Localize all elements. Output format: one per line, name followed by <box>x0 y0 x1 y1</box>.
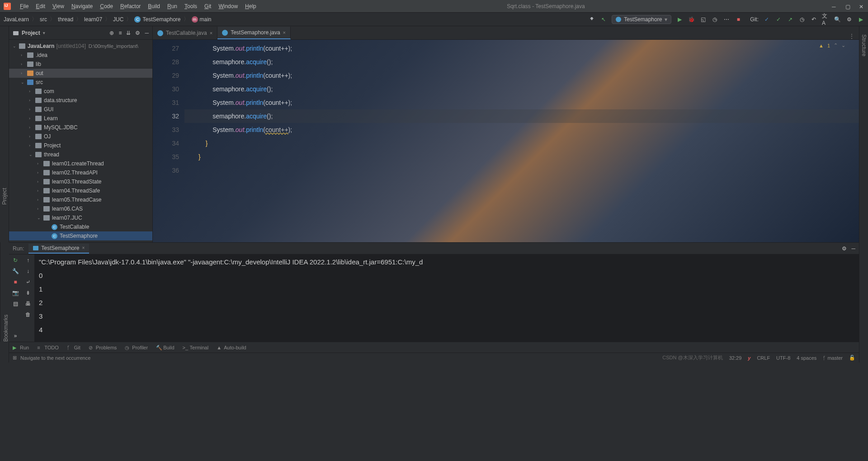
tree-item[interactable]: ›out <box>9 69 152 78</box>
bottom-tab-profiler[interactable]: ◷Profiler <box>125 345 148 350</box>
cursor-position[interactable]: 32:29 <box>729 355 742 361</box>
menu-build[interactable]: Build <box>144 3 164 9</box>
tree-item[interactable]: ›learn06.CAS <box>9 204 152 213</box>
settings-icon[interactable]: ⚙ <box>845 16 853 23</box>
bottom-tab-terminal[interactable]: >_Terminal <box>183 345 209 350</box>
window-minimize[interactable]: ─ <box>832 4 837 9</box>
bottom-tab-problems[interactable]: ⊘Problems <box>89 345 117 350</box>
tree-item[interactable]: CTestCallable <box>9 222 152 231</box>
tree-item[interactable]: ⌄thread <box>9 150 152 159</box>
code-line[interactable]: System.out.println(count++); <box>184 123 859 136</box>
coverage-icon[interactable]: ◱ <box>699 16 707 23</box>
code-line[interactable] <box>184 164 859 177</box>
rerun-icon[interactable]: ↻ <box>13 257 18 263</box>
run-icon[interactable]: ▶ <box>676 16 683 23</box>
menu-tools[interactable]: Tools <box>181 3 201 9</box>
stop-run-icon[interactable]: ■ <box>14 279 17 285</box>
code-line[interactable]: semaphore.acquire(); <box>184 55 859 69</box>
back-arrow-icon[interactable]: ↖ <box>600 16 607 23</box>
git-history-icon[interactable]: ◷ <box>798 16 806 23</box>
up-stack-icon[interactable]: ↑ <box>27 257 29 263</box>
run-tool-icon[interactable]: 🔧 <box>12 268 19 274</box>
code-line[interactable]: semaphore.acquire(); <box>184 109 859 123</box>
next-highlight-icon[interactable]: ⌄ <box>841 42 845 48</box>
menu-edit[interactable]: Edit <box>32 3 49 9</box>
bottom-tab-run[interactable]: ▶Run <box>13 345 29 350</box>
menu-run[interactable]: Run <box>164 3 181 9</box>
profile-icon[interactable]: ◷ <box>711 16 718 23</box>
code-line[interactable]: semaphore.acquire(); <box>184 82 859 96</box>
editor-tab[interactable]: TestCallable.java× <box>153 27 217 39</box>
file-encoding[interactable]: UTF-8 <box>776 355 790 361</box>
tree-item[interactable]: ›learn03.ThreadState <box>9 177 152 186</box>
git-commit-icon[interactable]: ✓ <box>775 16 782 23</box>
tree-item[interactable]: ›com <box>9 87 152 96</box>
bottom-tab-git[interactable]: ᚶGit <box>67 345 80 350</box>
menu-help[interactable]: Help <box>241 3 260 9</box>
print-icon[interactable]: 🖶 <box>25 301 31 307</box>
tree-item[interactable]: ›learn02.ThreadAPI <box>9 168 152 177</box>
bookmarks-tool-tab[interactable]: Bookmarks <box>3 246 9 342</box>
tree-item[interactable]: ⌄learn07.JUC <box>9 213 152 222</box>
scroll-end-icon[interactable]: ⇟ <box>26 290 30 296</box>
window-close[interactable]: ✕ <box>859 4 864 9</box>
prev-highlight-icon[interactable]: ⌃ <box>834 42 838 48</box>
tree-item[interactable]: ›learn01.createThread <box>9 159 152 168</box>
tree-item[interactable]: ›Learn <box>9 114 152 123</box>
warning-icon[interactable]: ▲ <box>819 43 824 48</box>
more-run-icon[interactable]: ⋯ <box>723 16 730 23</box>
breadcrumb-item[interactable]: JUC <box>113 16 123 23</box>
tree-item[interactable]: ›lib <box>9 60 152 69</box>
bottom-tab-todo[interactable]: ≡TODO <box>37 345 59 350</box>
expand-all-icon[interactable]: ≡ <box>118 30 122 36</box>
search-icon[interactable]: 🔍 <box>834 16 841 23</box>
project-panel-title[interactable]: Project ▾ <box>13 30 45 36</box>
clear-icon[interactable]: 🗑 <box>25 311 31 318</box>
code-line[interactable]: System.out.println(count++); <box>184 42 859 55</box>
tree-item[interactable]: ⌄src <box>9 78 152 87</box>
code-line[interactable]: } <box>184 136 859 150</box>
editor-tab[interactable]: TestSemaphore.java× <box>217 27 291 39</box>
line-separator[interactable]: CRLF <box>757 355 770 361</box>
down-stack-icon[interactable]: ↓ <box>27 268 29 274</box>
debug-icon[interactable]: 🐞 <box>688 16 695 23</box>
code-line[interactable]: System.out.println(count++); <box>184 96 859 109</box>
git-branch[interactable]: ᚶ master <box>823 355 843 361</box>
hide-panel-icon[interactable]: ─ <box>145 30 149 36</box>
translate-icon[interactable]: 文A <box>822 16 829 23</box>
menu-window[interactable]: Window <box>215 3 241 9</box>
collapse-all-icon[interactable]: ⇊ <box>126 30 131 36</box>
tree-item[interactable]: ›Project <box>9 141 152 150</box>
breadcrumb-item[interactable]: src <box>40 16 47 23</box>
bottom-tab-build[interactable]: 🔨Build <box>156 345 174 350</box>
git-rollback-icon[interactable]: ↶ <box>810 16 817 23</box>
panel-settings-icon[interactable]: ⚙ <box>135 30 140 36</box>
menu-view[interactable]: View <box>49 3 68 9</box>
tree-item[interactable]: CTestSemaphore <box>9 231 152 240</box>
bottom-tab-auto-build[interactable]: ▲Auto-build <box>217 345 246 350</box>
youdao-icon[interactable]: y <box>748 355 750 361</box>
git-update-icon[interactable]: ✓ <box>763 16 770 23</box>
breadcrumb-item[interactable]: JavaLearn <box>4 16 29 23</box>
breadcrumb[interactable]: JavaLearn〉src〉thread〉learn07〉JUC〉CTestSe… <box>4 15 212 23</box>
tree-item[interactable]: ›OJ <box>9 132 152 141</box>
tree-item[interactable]: ›.idea <box>9 51 152 60</box>
tree-item[interactable]: ›learn04.ThreadSafe <box>9 186 152 195</box>
menu-refactor[interactable]: Refactor <box>117 3 144 9</box>
dump-threads-icon[interactable]: 📷 <box>12 290 19 296</box>
soft-wrap-icon[interactable]: ⤶ <box>26 279 30 285</box>
code-line[interactable]: System.out.println(count++); <box>184 69 859 82</box>
menu-code[interactable]: Code <box>96 3 117 9</box>
tree-item[interactable]: ›MySQL.JDBC <box>9 123 152 132</box>
indent-setting[interactable]: 4 spaces <box>797 355 816 361</box>
tabs-more-icon[interactable]: ⋮ <box>844 33 859 39</box>
run-tab[interactable]: TestSemaphore × <box>28 244 89 254</box>
tree-item[interactable]: ›learn05.ThreadCase <box>9 195 152 204</box>
run-anything-icon[interactable]: ▶ <box>857 16 864 23</box>
add-config-icon[interactable] <box>588 16 595 23</box>
window-maximize[interactable]: ▢ <box>845 4 851 9</box>
breadcrumb-item[interactable]: CTestSemaphore <box>134 16 180 23</box>
tree-root[interactable]: ⌄JavaLearn [untitled104]D:\00myfile_impo… <box>9 42 152 51</box>
layout-icon[interactable]: ▤ <box>13 301 18 307</box>
exit-icon[interactable]: » <box>14 333 17 339</box>
